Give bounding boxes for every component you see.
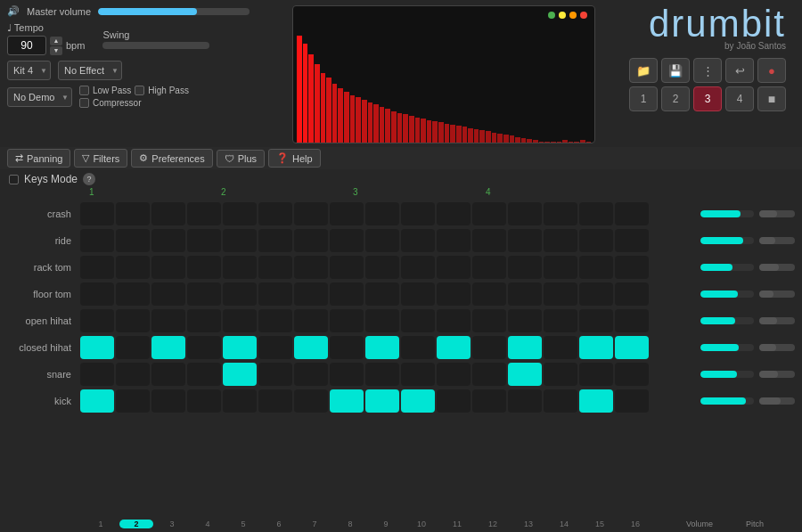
cell[interactable] [472,256,506,279]
pattern-2-button[interactable]: 2 [661,86,690,111]
cell[interactable] [294,336,328,359]
cell[interactable] [472,309,506,332]
volume-slider[interactable] [700,210,754,217]
cell[interactable] [80,309,114,332]
undo-button[interactable]: ↩ [725,58,754,83]
volume-slider[interactable] [700,344,754,351]
volume-slider[interactable] [700,291,754,298]
cell[interactable] [80,256,114,279]
cell[interactable] [437,389,471,413]
cell[interactable] [116,229,150,252]
highpass-checkbox[interactable] [135,86,144,95]
cell[interactable] [472,229,506,252]
cell[interactable] [437,256,471,279]
pitch-slider[interactable] [759,264,795,271]
pattern-square-button[interactable]: ■ [757,86,786,111]
pitch-slider[interactable] [759,291,795,298]
cell[interactable] [294,229,328,252]
cell[interactable] [116,202,150,225]
cell[interactable] [508,256,542,279]
cell[interactable] [508,202,542,225]
tempo-down-button[interactable]: ▼ [50,46,62,55]
cell[interactable] [330,389,364,413]
cell[interactable] [401,256,435,279]
cell[interactable] [151,309,185,332]
cell[interactable] [615,202,649,225]
cell[interactable] [116,256,150,279]
cell[interactable] [258,256,292,279]
cell[interactable] [579,229,613,252]
help-button[interactable]: ❓ Help [268,149,321,168]
cell[interactable] [615,363,649,386]
preferences-button[interactable]: ⚙ Preferences [131,149,212,168]
cell[interactable] [258,363,292,386]
lowpass-checkbox[interactable] [79,86,89,95]
cell[interactable] [151,336,185,359]
cell[interactable] [116,363,150,386]
cell[interactable] [615,282,649,306]
compressor-checkbox[interactable] [79,98,89,108]
master-volume-slider[interactable] [98,8,250,15]
cell[interactable] [258,309,292,332]
cell[interactable] [187,256,221,279]
cell[interactable] [365,389,399,413]
cell[interactable] [508,363,542,386]
cell[interactable] [258,389,292,413]
cell[interactable] [294,363,328,386]
cell[interactable] [615,256,649,279]
cell[interactable] [294,389,328,413]
tempo-up-button[interactable]: ▲ [50,37,62,45]
cell[interactable] [330,229,364,252]
keys-mode-help[interactable]: ? [83,173,95,185]
cell[interactable] [579,336,613,359]
cell[interactable] [508,229,542,252]
cell[interactable] [508,282,542,306]
cell[interactable] [80,202,114,225]
cell[interactable] [401,389,435,413]
cell[interactable] [508,336,542,359]
cell[interactable] [437,309,471,332]
volume-slider[interactable] [700,371,754,378]
cell[interactable] [544,309,577,332]
cell[interactable] [472,336,506,359]
cell[interactable] [151,389,185,413]
cell[interactable] [258,282,292,306]
cell[interactable] [151,363,185,386]
pitch-slider[interactable] [759,371,795,378]
swing-slider[interactable] [102,42,209,49]
cell[interactable] [579,389,613,413]
kit-dropdown[interactable]: Kit 1Kit 2Kit 3 Kit 4Kit 5 [7,61,51,80]
cell[interactable] [330,363,364,386]
cell[interactable] [615,336,649,359]
cell[interactable] [544,229,577,252]
volume-slider[interactable] [700,397,754,405]
cell[interactable] [80,336,114,359]
cell[interactable] [401,336,435,359]
pitch-slider[interactable] [759,237,795,244]
cell[interactable] [437,202,471,225]
cell[interactable] [472,389,506,413]
cell[interactable] [437,363,471,386]
pitch-slider[interactable] [759,317,795,324]
cell[interactable] [330,282,364,306]
cell[interactable] [223,389,257,413]
cell[interactable] [544,363,577,386]
demo-dropdown[interactable]: No DemoDemo 1Demo 2 [7,87,72,107]
cell[interactable] [544,282,577,306]
cell[interactable] [187,389,221,413]
panning-button[interactable]: ⇄ Panning [7,149,70,168]
cell[interactable] [401,202,435,225]
cell[interactable] [615,229,649,252]
cell[interactable] [508,389,542,413]
cell[interactable] [294,202,328,225]
tempo-input[interactable] [7,36,46,55]
cell[interactable] [365,202,399,225]
cell[interactable] [151,202,185,225]
record-button[interactable]: ● [757,58,786,83]
cell[interactable] [116,389,150,413]
volume-slider[interactable] [700,317,754,324]
cell[interactable] [508,309,542,332]
cell[interactable] [151,282,185,306]
cell[interactable] [223,202,257,225]
cell[interactable] [223,336,257,359]
